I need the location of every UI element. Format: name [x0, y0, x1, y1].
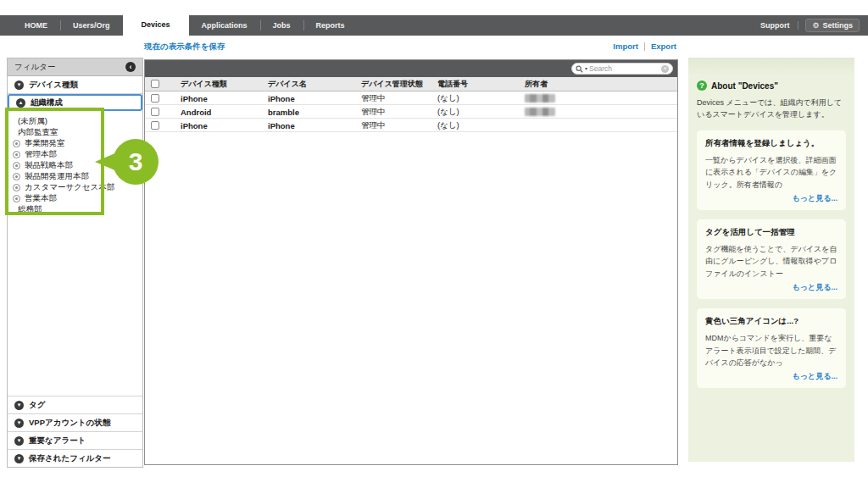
filter-section-tags[interactable]: ▾ タグ — [8, 396, 142, 413]
filter-section-organization[interactable]: ▴ 組織構成 — [8, 94, 142, 111]
org-item-label: 営業本部 — [25, 193, 57, 204]
nav-tab-applications[interactable]: Applications — [189, 15, 260, 36]
gear-icon: ⚙ — [812, 22, 819, 30]
search-icon — [576, 65, 583, 73]
help-card-body: MDMからコマンドを実行し、重要なアラート表示項目で設定した期間、デバイスの応答… — [705, 332, 837, 369]
divider — [644, 42, 645, 51]
org-item-label: カスタマーサクセス本部 — [25, 182, 114, 193]
table-row[interactable]: Android bramble 管理中 (なし) — [145, 105, 677, 119]
cell-device-type: Android — [181, 105, 211, 119]
nav-tab-home[interactable]: HOME — [12, 15, 60, 36]
cell-device-type: iPhone — [181, 92, 208, 105]
annotation-step-badge: 3 — [113, 139, 159, 185]
see-more-link[interactable]: もっと見る... — [705, 193, 837, 204]
help-card-body: 一覧からデバイスを選択後、詳細画面に表示される「デバイスの編集」をクリック。所有… — [705, 154, 837, 191]
expander-icon[interactable] — [13, 162, 20, 169]
section-label: タグ — [29, 400, 45, 411]
help-panel: ? About "Devices" Devices メニューでは、組織内で利用し… — [688, 58, 854, 462]
section-label: 重要なアラート — [29, 435, 86, 446]
org-item-general-affairs[interactable]: 総務部 — [8, 204, 142, 215]
cell-device-name: iPhone — [268, 119, 295, 132]
save-view-link[interactable]: 現在の表示条件を保存 — [144, 42, 225, 53]
filter-section-important-alerts[interactable]: ▾ 重要なアラート — [8, 431, 142, 449]
sidebar-collapse-button[interactable]: ‹ — [125, 62, 136, 72]
chevron-down-icon: ▾ — [14, 419, 24, 428]
filter-header: フィルター ‹ — [8, 58, 142, 76]
search-clear-icon[interactable]: × — [661, 65, 669, 73]
search-scope-caret-icon[interactable]: ▾ — [585, 66, 587, 71]
about-title: About "Devices" — [711, 81, 778, 91]
row-checkbox[interactable] — [151, 108, 159, 116]
filter-section-vpp-account[interactable]: ▾ VPPアカウントの状態 — [8, 413, 142, 431]
cell-phone: (なし) — [437, 92, 459, 105]
cell-device-name: iPhone — [268, 92, 295, 105]
about-header: ? About "Devices" — [697, 80, 846, 91]
chevron-down-icon: ▾ — [14, 401, 24, 410]
filter-title: フィルター — [14, 62, 55, 73]
settings-button[interactable]: ⚙ Settings — [805, 19, 860, 32]
filter-section-saved-filters[interactable]: ▾ 保存されたフィルター — [8, 449, 142, 467]
search-input[interactable] — [589, 64, 659, 73]
cell-phone: (なし) — [437, 105, 459, 119]
sub-header: 現在の表示条件を保存 Import Export — [0, 36, 868, 58]
sidebar-spacer — [8, 219, 142, 396]
help-card-title: 黄色い三角アイコンは...? — [705, 316, 837, 327]
see-more-link[interactable]: もっと見る... — [705, 371, 837, 382]
cell-device-type: iPhone — [181, 119, 208, 132]
chevron-up-icon: ▴ — [16, 98, 25, 108]
search-box[interactable]: ▾ × — [571, 63, 673, 75]
question-circle-icon: ? — [697, 80, 707, 91]
org-item-sales-hq[interactable]: 営業本部 — [8, 193, 142, 204]
column-header-phone[interactable]: 電話番号 — [437, 77, 468, 92]
column-header-device-type[interactable]: デバイス種類 — [181, 77, 227, 92]
help-card-yellow-triangle: 黄色い三角アイコンは...? MDMからコマンドを実行し、重要なアラート表示項目… — [697, 308, 846, 388]
chevron-down-icon: ▾ — [14, 454, 24, 463]
device-table: ▾ × デバイス種類 デバイス名 デバイス管理状態 電話番号 所有者 iPhon… — [144, 59, 678, 465]
settings-label: Settings — [822, 21, 853, 30]
expander-icon[interactable] — [13, 195, 20, 202]
chevron-down-icon: ▾ — [14, 436, 24, 446]
row-checkbox[interactable] — [151, 94, 159, 103]
nav-tabs: HOME Users/Org Devices Applications Jobs… — [0, 15, 358, 36]
help-card-title: 所有者情報を登録しましょう。 — [705, 138, 837, 149]
help-card-title: タグを活用して一括管理 — [705, 227, 837, 238]
select-all-checkbox[interactable] — [151, 80, 159, 88]
table-toolbar: ▾ × — [145, 60, 677, 77]
table-row[interactable]: iPhone iPhone 管理中 (なし) — [145, 119, 677, 132]
see-more-link[interactable]: もっと見る... — [705, 282, 837, 293]
expander-icon[interactable] — [13, 151, 20, 158]
column-header-owner[interactable]: 所有者 — [525, 77, 548, 92]
column-header-status[interactable]: デバイス管理状態 — [361, 77, 423, 92]
nav-tab-jobs[interactable]: Jobs — [260, 15, 303, 36]
row-checkbox[interactable] — [151, 121, 159, 130]
section-label: VPPアカウントの状態 — [29, 418, 110, 429]
nav-tab-reports[interactable]: Reports — [303, 15, 358, 36]
import-link[interactable]: Import — [613, 42, 638, 51]
top-nav: HOME Users/Org Devices Applications Jobs… — [0, 15, 868, 36]
org-item-internal-audit[interactable]: 内部監査室 — [8, 127, 142, 138]
filter-sidebar: フィルター ‹ ▾ デバイス種類 ▴ 組織構成 (未所属) 内部監査室 事業開発… — [7, 58, 143, 468]
cell-status: 管理中 — [361, 92, 386, 105]
cell-phone: (なし) — [437, 119, 459, 132]
about-intro: Devices メニューでは、組織内で利用しているスマートデバイスを管理します。 — [697, 97, 846, 121]
table-row[interactable]: iPhone iPhone 管理中 (なし) — [145, 92, 677, 105]
org-item-customer-success[interactable]: カスタマーサクセス本部 — [8, 182, 142, 193]
expander-icon[interactable] — [13, 173, 20, 180]
expander-icon[interactable] — [13, 184, 20, 191]
org-item-label: 事業開発室 — [25, 138, 65, 149]
nav-right: Support ⚙ Settings — [760, 19, 868, 32]
filter-section-device-type[interactable]: ▾ デバイス種類 — [8, 76, 142, 94]
support-link[interactable]: Support — [760, 21, 799, 30]
chevron-down-icon: ▾ — [14, 80, 24, 90]
column-header-device-name[interactable]: デバイス名 — [268, 77, 307, 92]
import-export: Import Export — [613, 42, 676, 51]
expander-icon[interactable] — [13, 140, 20, 147]
org-item-label: 管理本部 — [25, 149, 57, 160]
cell-status: 管理中 — [361, 119, 386, 132]
nav-tab-users-org[interactable]: Users/Org — [60, 15, 123, 36]
org-item-unassigned[interactable]: (未所属) — [8, 116, 142, 127]
section-label: 保存されたフィルター — [29, 453, 111, 464]
cell-status: 管理中 — [361, 105, 386, 119]
export-link[interactable]: Export — [651, 42, 676, 51]
nav-tab-devices[interactable]: Devices — [123, 14, 189, 36]
